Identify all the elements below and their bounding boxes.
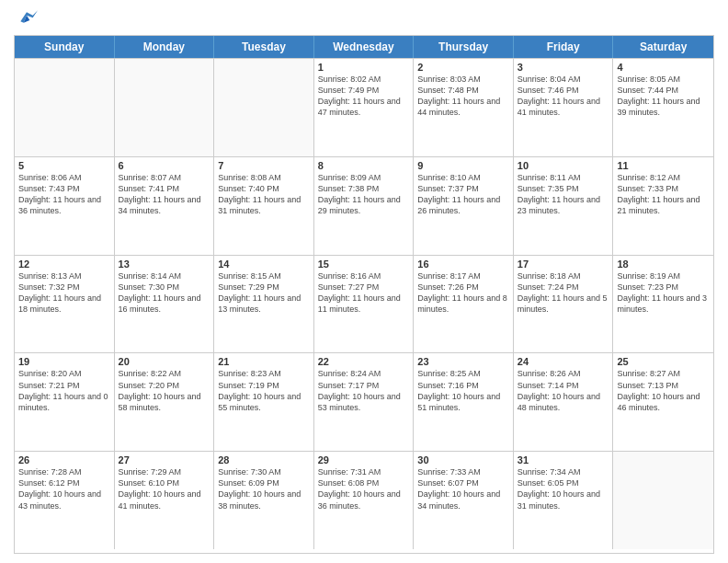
calendar-cell — [613, 452, 713, 549]
day-info: Sunrise: 7:33 AM Sunset: 6:07 PM Dayligh… — [417, 466, 509, 511]
calendar-cell: 30Sunrise: 7:33 AM Sunset: 6:07 PM Dayli… — [414, 452, 514, 549]
day-info: Sunrise: 8:16 AM Sunset: 7:27 PM Dayligh… — [318, 270, 410, 316]
calendar-cell: 14Sunrise: 8:15 AM Sunset: 7:29 PM Dayli… — [214, 256, 314, 353]
calendar-row: 12Sunrise: 8:13 AM Sunset: 7:32 PM Dayli… — [15, 255, 713, 353]
calendar-row: 26Sunrise: 7:28 AM Sunset: 6:12 PM Dayli… — [15, 451, 713, 549]
day-info: Sunrise: 7:34 AM Sunset: 6:05 PM Dayligh… — [518, 466, 609, 511]
calendar-cell: 31Sunrise: 7:34 AM Sunset: 6:05 PM Dayli… — [514, 452, 614, 549]
day-number: 24 — [518, 356, 609, 367]
calendar-cell: 16Sunrise: 8:17 AM Sunset: 7:26 PM Dayli… — [414, 256, 514, 353]
day-info: Sunrise: 8:23 AM Sunset: 7:19 PM Dayligh… — [218, 368, 310, 413]
day-info: Sunrise: 8:08 AM Sunset: 7:40 PM Dayligh… — [218, 172, 310, 217]
calendar-cell: 29Sunrise: 7:31 AM Sunset: 6:08 PM Dayli… — [314, 452, 415, 549]
logo — [14, 9, 43, 28]
day-number: 15 — [318, 259, 410, 270]
calendar-cell: 21Sunrise: 8:23 AM Sunset: 7:19 PM Dayli… — [214, 353, 314, 451]
day-info: Sunrise: 8:27 AM Sunset: 7:13 PM Dayligh… — [617, 368, 710, 413]
day-number: 27 — [119, 454, 210, 465]
calendar-cell: 22Sunrise: 8:24 AM Sunset: 7:17 PM Dayli… — [314, 353, 415, 451]
day-number: 11 — [617, 160, 710, 171]
weekday-header: Wednesday — [314, 36, 415, 58]
day-number: 10 — [518, 160, 609, 171]
day-number: 20 — [119, 356, 210, 367]
day-number: 9 — [417, 160, 509, 171]
day-info: Sunrise: 8:06 AM Sunset: 7:43 PM Dayligh… — [18, 172, 110, 217]
day-number: 4 — [617, 62, 710, 73]
day-info: Sunrise: 8:17 AM Sunset: 7:26 PM Dayligh… — [417, 270, 509, 316]
weekday-header: Thursday — [414, 36, 514, 58]
logo-icon — [14, 9, 40, 28]
day-info: Sunrise: 8:15 AM Sunset: 7:29 PM Dayligh… — [218, 270, 310, 316]
day-number: 22 — [318, 356, 410, 367]
day-number: 21 — [218, 356, 310, 367]
day-number: 16 — [417, 259, 509, 270]
day-number: 23 — [417, 356, 509, 367]
calendar-cell: 18Sunrise: 8:19 AM Sunset: 7:23 PM Dayli… — [613, 256, 713, 353]
calendar-cell: 15Sunrise: 8:16 AM Sunset: 7:27 PM Dayli… — [314, 256, 415, 353]
weekday-header: Friday — [514, 36, 614, 58]
calendar-cell: 8Sunrise: 8:09 AM Sunset: 7:38 PM Daylig… — [314, 157, 415, 255]
day-info: Sunrise: 8:13 AM Sunset: 7:32 PM Dayligh… — [18, 270, 110, 316]
calendar-cell: 7Sunrise: 8:08 AM Sunset: 7:40 PM Daylig… — [214, 157, 314, 255]
day-number: 3 — [518, 62, 609, 73]
calendar-cell: 23Sunrise: 8:25 AM Sunset: 7:16 PM Dayli… — [414, 353, 514, 451]
calendar-cell: 3Sunrise: 8:04 AM Sunset: 7:46 PM Daylig… — [514, 59, 614, 156]
calendar-cell — [214, 59, 314, 156]
day-info: Sunrise: 8:11 AM Sunset: 7:35 PM Dayligh… — [518, 172, 609, 217]
page: SundayMondayTuesdayWednesdayThursdayFrid… — [0, 0, 728, 563]
day-number: 8 — [318, 160, 410, 171]
weekday-header: Monday — [115, 36, 215, 58]
calendar-cell: 20Sunrise: 8:22 AM Sunset: 7:20 PM Dayli… — [115, 353, 215, 451]
day-info: Sunrise: 8:12 AM Sunset: 7:33 PM Dayligh… — [617, 172, 710, 217]
calendar-cell: 27Sunrise: 7:29 AM Sunset: 6:10 PM Dayli… — [115, 452, 215, 549]
day-info: Sunrise: 8:04 AM Sunset: 7:46 PM Dayligh… — [518, 74, 609, 119]
calendar-cell: 13Sunrise: 8:14 AM Sunset: 7:30 PM Dayli… — [115, 256, 215, 353]
day-info: Sunrise: 8:07 AM Sunset: 7:41 PM Dayligh… — [119, 172, 210, 217]
weekday-header: Saturday — [613, 36, 713, 58]
day-info: Sunrise: 8:10 AM Sunset: 7:37 PM Dayligh… — [417, 172, 509, 217]
day-number: 6 — [119, 160, 210, 171]
day-info: Sunrise: 8:24 AM Sunset: 7:17 PM Dayligh… — [318, 368, 410, 413]
calendar-cell: 17Sunrise: 8:18 AM Sunset: 7:24 PM Dayli… — [514, 256, 614, 353]
day-info: Sunrise: 7:29 AM Sunset: 6:10 PM Dayligh… — [119, 466, 210, 511]
svg-marker-0 — [20, 10, 38, 22]
day-number: 30 — [417, 454, 509, 465]
day-number: 26 — [18, 454, 110, 465]
calendar: SundayMondayTuesdayWednesdayThursdayFrid… — [14, 35, 714, 554]
calendar-cell: 9Sunrise: 8:10 AM Sunset: 7:37 PM Daylig… — [414, 157, 514, 255]
calendar-body: 1Sunrise: 8:02 AM Sunset: 7:49 PM Daylig… — [15, 58, 713, 549]
day-number: 2 — [417, 62, 509, 73]
header — [14, 9, 714, 28]
calendar-cell — [115, 59, 215, 156]
calendar-header: SundayMondayTuesdayWednesdayThursdayFrid… — [15, 36, 713, 58]
day-number: 1 — [318, 62, 410, 73]
calendar-cell: 4Sunrise: 8:05 AM Sunset: 7:44 PM Daylig… — [613, 59, 713, 156]
day-info: Sunrise: 8:26 AM Sunset: 7:14 PM Dayligh… — [518, 368, 609, 413]
weekday-header: Tuesday — [214, 36, 314, 58]
calendar-cell: 1Sunrise: 8:02 AM Sunset: 7:49 PM Daylig… — [314, 59, 415, 156]
calendar-row: 19Sunrise: 8:20 AM Sunset: 7:21 PM Dayli… — [15, 352, 713, 451]
day-number: 13 — [119, 259, 210, 270]
calendar-cell: 10Sunrise: 8:11 AM Sunset: 7:35 PM Dayli… — [514, 157, 614, 255]
day-info: Sunrise: 8:25 AM Sunset: 7:16 PM Dayligh… — [417, 368, 509, 413]
day-number: 7 — [218, 160, 310, 171]
calendar-cell — [15, 59, 115, 156]
calendar-cell: 25Sunrise: 8:27 AM Sunset: 7:13 PM Dayli… — [613, 353, 713, 451]
day-info: Sunrise: 8:20 AM Sunset: 7:21 PM Dayligh… — [18, 368, 110, 413]
day-number: 25 — [617, 356, 710, 367]
day-info: Sunrise: 8:05 AM Sunset: 7:44 PM Dayligh… — [617, 74, 710, 119]
day-number: 28 — [218, 454, 310, 465]
weekday-header: Sunday — [15, 36, 115, 58]
calendar-row: 1Sunrise: 8:02 AM Sunset: 7:49 PM Daylig… — [15, 58, 713, 156]
day-info: Sunrise: 8:18 AM Sunset: 7:24 PM Dayligh… — [518, 270, 609, 316]
calendar-cell: 12Sunrise: 8:13 AM Sunset: 7:32 PM Dayli… — [15, 256, 115, 353]
calendar-cell: 5Sunrise: 8:06 AM Sunset: 7:43 PM Daylig… — [15, 157, 115, 255]
calendar-cell: 24Sunrise: 8:26 AM Sunset: 7:14 PM Dayli… — [514, 353, 614, 451]
day-info: Sunrise: 8:14 AM Sunset: 7:30 PM Dayligh… — [119, 270, 210, 316]
calendar-cell: 28Sunrise: 7:30 AM Sunset: 6:09 PM Dayli… — [214, 452, 314, 549]
calendar-cell: 11Sunrise: 8:12 AM Sunset: 7:33 PM Dayli… — [613, 157, 713, 255]
day-number: 17 — [518, 259, 609, 270]
day-number: 14 — [218, 259, 310, 270]
day-info: Sunrise: 8:19 AM Sunset: 7:23 PM Dayligh… — [617, 270, 710, 316]
day-info: Sunrise: 8:03 AM Sunset: 7:48 PM Dayligh… — [417, 74, 509, 119]
